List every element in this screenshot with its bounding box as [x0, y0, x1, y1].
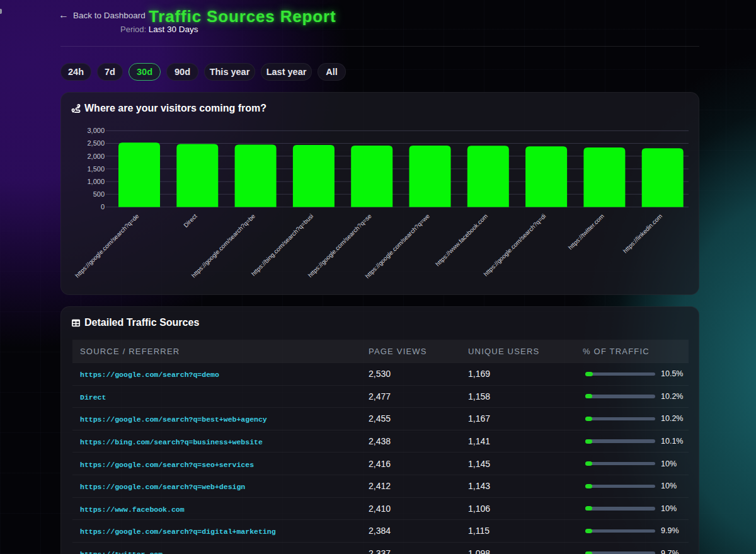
svg-text:2,000: 2,000	[87, 153, 105, 160]
svg-text:0: 0	[101, 203, 105, 211]
svg-text:3,000: 3,000	[87, 127, 105, 134]
svg-text:https://twitter.com: https://twitter.com	[567, 212, 605, 251]
svg-text:https://google.com/search?q=di: https://google.com/search?q=di	[482, 212, 547, 277]
svg-text:https://www.facebook.com: https://www.facebook.com	[434, 212, 489, 267]
svg-text:https://linkedin.com: https://linkedin.com	[622, 212, 663, 254]
svg-text:https://google.com/search?q=we: https://google.com/search?q=we	[364, 212, 431, 280]
svg-text:https://google.com/search?q=de: https://google.com/search?q=de	[74, 212, 140, 279]
svg-text:https://bing.com/search?q=busi: https://bing.com/search?q=busi	[250, 212, 315, 277]
svg-text:https://google.com/search?q=se: https://google.com/search?q=se	[307, 212, 373, 279]
svg-text:https://google.com/search?q=be: https://google.com/search?q=be	[190, 212, 256, 279]
svg-text:2,500: 2,500	[87, 139, 105, 147]
svg-text:1,000: 1,000	[87, 178, 105, 185]
svg-text:1,500: 1,500	[87, 165, 105, 173]
svg-text:Direct: Direct	[182, 212, 198, 229]
svg-text:500: 500	[93, 190, 105, 198]
